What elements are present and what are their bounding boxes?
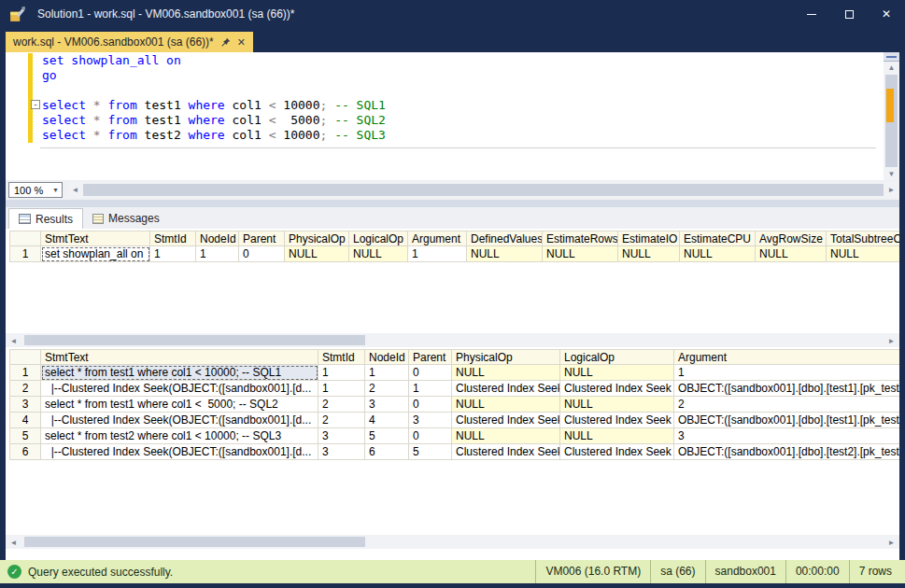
grid-cell[interactable]: OBJECT:([sandbox001].[dbo].[test1].[pk_t… [674,413,900,428]
code-area[interactable]: set showplan_all ongoselect * from test1… [42,53,881,143]
column-header[interactable]: NodeId [365,350,409,365]
pin-icon[interactable] [220,37,231,48]
grid-cell[interactable]: 3 [318,428,365,444]
scrollbar-thumb[interactable] [83,184,884,196]
column-header[interactable]: AvgRowSize [756,231,827,246]
code-line[interactable]: select * from test1 where col1 < 5000; -… [42,113,881,128]
code-line[interactable]: go [42,68,881,83]
grid-cell[interactable]: NULL [680,246,756,262]
grid-cell[interactable]: 0 [239,246,285,262]
scroll-left-arrow[interactable]: ◄ [67,182,83,198]
column-header[interactable]: Parent [239,231,285,246]
column-header[interactable]: StmtText [41,350,318,365]
grid-cell[interactable]: 2 [674,397,900,413]
scroll-down-arrow[interactable]: ▼ [884,168,899,180]
select-all-corner[interactable] [10,231,41,246]
editor-vertical-scrollbar[interactable]: ▲ ▼ [884,52,899,180]
grid-cell[interactable]: Clustered Index Seek [452,413,560,428]
grid-cell[interactable]: NULL [756,246,827,262]
column-header[interactable]: LogicalOp [349,231,408,246]
code-line[interactable]: select * from test2 where col1 < 10000; … [42,128,881,143]
grid-cell[interactable]: NULL [827,246,900,262]
grid-cell[interactable]: 0 [409,397,452,413]
minimize-button[interactable] [793,0,830,28]
editor-horizontal-scrollbar[interactable]: ◄ ► [67,182,899,198]
column-header[interactable]: Argument [674,350,900,365]
grid-cell[interactable]: 3 [318,444,365,460]
code-line[interactable]: set showplan_all on [42,53,881,68]
sql-editor[interactable]: - set showplan_all ongoselect * from tes… [6,52,899,180]
grid-cell[interactable]: |--Clustered Index Seek(OBJECT:([sandbox… [41,444,318,460]
grid-cell[interactable]: 2 [318,413,365,428]
grid1-horizontal-scrollbar[interactable]: ◄ ► [6,333,899,347]
grid-cell[interactable]: 5 [365,428,409,444]
grid-cell[interactable]: Clustered Index Seek [452,444,560,460]
tab-close-icon[interactable]: ✕ [237,36,246,49]
column-header[interactable]: NodeId [196,231,239,246]
split-grip[interactable] [884,52,899,62]
row-number[interactable]: 3 [10,397,41,413]
row-number[interactable]: 1 [10,246,41,262]
scrollbar-thumb[interactable] [24,335,365,345]
grid-cell[interactable]: 1 [365,365,409,381]
column-header[interactable]: EstimateRows [543,231,618,246]
grid-cell[interactable]: NULL [285,246,349,262]
grid-cell[interactable]: 0 [409,428,452,444]
grid-cell[interactable]: NULL [452,428,560,444]
document-tab[interactable]: work.sql - VM006.sandbox001 (sa (66))* ✕ [6,32,253,52]
grid-cell[interactable]: NULL [543,246,618,262]
column-header[interactable]: PhysicalOp [452,350,560,365]
column-header[interactable]: PhysicalOp [285,231,349,246]
scroll-right-arrow[interactable]: ► [884,182,899,198]
grid-cell[interactable]: set showplan_all on [41,246,150,262]
grid-cell[interactable]: select * from test1 where col1 < 10000; … [41,365,318,381]
column-header[interactable]: DefinedValues [467,231,543,246]
collapse-toggle[interactable]: - [31,100,40,109]
close-button[interactable]: ✕ [868,0,905,28]
scrollbar-thumb[interactable] [24,537,365,547]
grid-cell[interactable]: select * from test2 where col1 < 10000; … [41,428,318,444]
grid-cell[interactable]: 1 [408,246,467,262]
scroll-left-arrow[interactable]: ◄ [6,333,21,347]
grid-cell[interactable]: 5 [409,444,452,460]
grid-cell[interactable]: 4 [365,413,409,428]
select-all-corner[interactable] [10,350,41,365]
column-header[interactable]: EstimateCPU [680,231,756,246]
column-header[interactable]: Parent [409,350,452,365]
column-header[interactable]: StmtId [318,350,365,365]
column-header[interactable]: StmtText [41,231,150,246]
row-number[interactable]: 2 [10,381,41,397]
grid-cell[interactable]: 2 [318,397,365,413]
grid-cell[interactable]: 3 [365,397,409,413]
grid-cell[interactable]: NULL [560,428,674,444]
grid-cell[interactable]: Clustered Index Seek [560,444,674,460]
row-number[interactable]: 4 [10,413,41,428]
grid-cell[interactable]: Clustered Index Seek [560,413,674,428]
grid-cell[interactable]: OBJECT:([sandbox001].[dbo].[test2].[pk_t… [674,444,900,460]
scroll-left-arrow[interactable]: ◄ [6,535,21,549]
grid-cell[interactable]: 1 [318,365,365,381]
scroll-right-arrow[interactable]: ► [884,333,899,347]
grid-cell[interactable]: NULL [560,365,674,381]
row-number[interactable]: 6 [10,444,41,460]
grid2-horizontal-scrollbar[interactable]: ◄ ► [6,535,899,549]
grid-cell[interactable]: 2 [365,381,409,397]
grid-cell[interactable]: |--Clustered Index Seek(OBJECT:([sandbox… [41,381,318,397]
tab-results[interactable]: Results [8,208,83,229]
grid-cell[interactable]: 1 [409,381,452,397]
row-number[interactable]: 1 [10,365,41,381]
column-header[interactable]: StmtId [150,231,196,246]
grid-cell[interactable]: |--Clustered Index Seek(OBJECT:([sandbox… [41,413,318,428]
grid-cell[interactable]: 1 [196,246,239,262]
zoom-level-select[interactable]: 100 % ▼ [8,182,63,198]
grid-cell[interactable]: NULL [349,246,408,262]
grid-cell[interactable]: NULL [452,397,560,413]
tab-messages[interactable]: Messages [83,208,169,229]
grid-cell[interactable]: 6 [365,444,409,460]
grid-cell[interactable]: 1 [318,381,365,397]
column-header[interactable]: TotalSubtreeCost [827,231,900,246]
code-line[interactable] [42,83,881,98]
grid-cell[interactable]: Clustered Index Seek [560,381,674,397]
grid-cell[interactable]: NULL [452,365,560,381]
grid-cell[interactable]: OBJECT:([sandbox001].[dbo].[test1].[pk_t… [674,381,900,397]
